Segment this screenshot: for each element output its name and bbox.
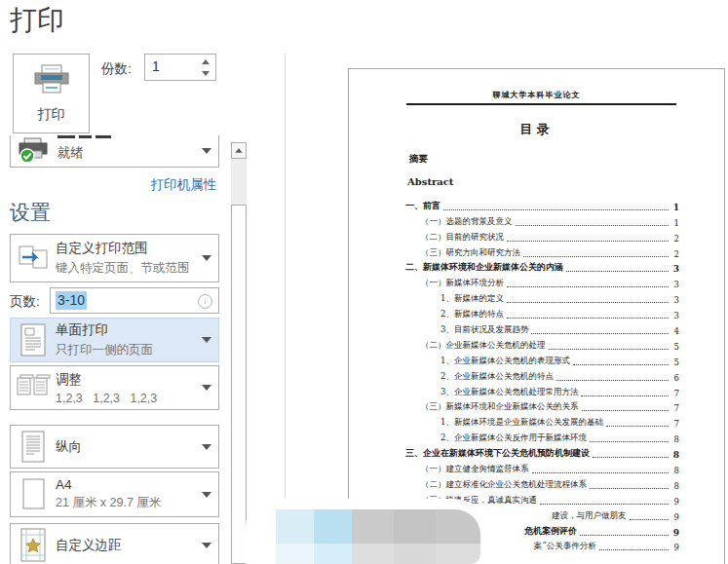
- collation-dropdown[interactable]: 调整 1,2,3 1,2,3 1,2,3: [10, 365, 219, 410]
- orientation-dropdown[interactable]: 纵向: [10, 425, 219, 469]
- copies-decrement-button[interactable]: [198, 67, 213, 79]
- toc-dot-leader: [630, 519, 670, 520]
- copies-input[interactable]: 1: [144, 54, 216, 81]
- preview-page: 聊城大学本科毕业论文 目录 摘要 Abstract 一、前言1（一）选题的背景及…: [348, 68, 725, 564]
- chevron-down-icon: [202, 444, 211, 450]
- toc-row: 1、新媒体环境是企业新媒体公关发展的基础7: [405, 413, 679, 429]
- toc-dot-leader: [507, 241, 669, 242]
- chevron-down-icon: [202, 148, 211, 154]
- one-sided-page-icon: [11, 322, 56, 357]
- toc-entry-text: 1、企业新媒体公关危机的表现形式: [441, 356, 570, 367]
- toc-entry-text: 建设，与用户做朋友: [552, 510, 627, 522]
- collate-subtitle: 1,2,3 1,2,3 1,2,3: [56, 392, 202, 405]
- toc-dot-leader: [540, 504, 669, 505]
- toc-dot-leader: [523, 256, 669, 257]
- portrait-page-icon: [11, 430, 56, 465]
- chevron-down-icon: [202, 385, 211, 391]
- abstract-cn-heading: 摘要: [409, 153, 428, 166]
- range-title: 自定义打印范围: [56, 240, 202, 257]
- scrollbar-up-button[interactable]: [231, 142, 247, 159]
- toc-page-number: 3: [671, 264, 679, 274]
- overlay-block: [436, 544, 480, 564]
- toc-page-number: 3: [671, 311, 679, 320]
- toc-entry-text: 2、企业新媒体公关危机的特点: [441, 371, 554, 383]
- print-range-dropdown[interactable]: 自定义打印范围 键入特定页面、节或范围: [10, 234, 219, 282]
- overlay-block: [314, 509, 352, 544]
- pages-label: 页数:: [10, 293, 40, 311]
- printer-dropdown[interactable]: 就绪: [10, 135, 219, 168]
- toc-page-number: 7: [671, 419, 679, 429]
- toc-row: 一、前言1: [405, 197, 679, 212]
- orientation-title: 纵向: [56, 438, 202, 456]
- settings-heading: 设置: [10, 199, 51, 226]
- toc-page-number: 8: [671, 481, 679, 491]
- toc-page-number: 7: [671, 389, 679, 398]
- toc-row: 2、企业新媒体公关危机的特点6: [405, 367, 679, 383]
- toc-row: （三）研究方向和研究方法2: [405, 244, 679, 259]
- pages-input[interactable]: 3-10: [50, 287, 219, 314]
- toc-entry-text: 3、目前状况及发展趋势: [441, 324, 528, 336]
- toc-page-number: 8: [671, 450, 679, 460]
- toc-entry-text: 危机案例评价: [524, 525, 577, 538]
- toc-entry-text: （一）选题的背景及意义: [421, 216, 513, 228]
- printer-status: 就绪: [57, 144, 84, 162]
- toc-row: （二）目前的研究状况2: [405, 228, 679, 244]
- print-button[interactable]: 打印: [13, 54, 90, 133]
- paper-subtitle: 21 厘米 x 29.7 厘米: [56, 495, 202, 511]
- overlay-block: [314, 544, 352, 564]
- toc-row: （一）新媒体环境分析3: [405, 274, 679, 289]
- copies-label: 份数:: [101, 60, 132, 78]
- chevron-down-icon: [202, 255, 211, 261]
- toc-entry-text: 案”公关事件分析: [534, 541, 596, 552]
- toc-page-number: 2: [671, 249, 679, 259]
- overlay-blocks: [276, 509, 480, 564]
- scrollbar-track[interactable]: [231, 159, 247, 205]
- document-title: 目录: [349, 121, 724, 138]
- printer-name-clipped: [57, 135, 145, 139]
- toc-row: 2、企业新媒体公关反作用于新媒体环境8: [405, 429, 679, 444]
- toc-row: 二、新媒体环境和企业新媒体公关的内涵3: [405, 259, 679, 275]
- toc-dot-leader: [599, 549, 669, 550]
- toc-dot-leader: [556, 380, 669, 381]
- toc-entry-text: （二）目前的研究状况: [421, 232, 504, 244]
- toc-row: 2、新媒体的特点3: [405, 305, 679, 320]
- toc-dot-leader: [516, 225, 670, 226]
- print-sides-dropdown[interactable]: 单面打印 只打印一侧的页面: [10, 318, 219, 362]
- toc-dot-leader: [573, 364, 669, 365]
- header-rule: [406, 103, 676, 105]
- toc-entry-text: 1、新媒体环境是企业新媒体公关发展的基础: [441, 417, 603, 429]
- copies-increment-button[interactable]: [198, 56, 213, 67]
- toc-row: （二）建立标准化企业公关危机处理流程体系8: [405, 475, 679, 491]
- toc-dot-leader: [593, 457, 669, 458]
- toc-entry-text: 3、企业新媒体公关危机处理常用方法: [441, 387, 578, 398]
- range-subtitle: 键入特定页面、节或范围: [56, 260, 202, 277]
- overlay-block: [436, 509, 480, 544]
- printer-properties-link[interactable]: 打印机属性: [10, 176, 216, 194]
- toc-page-number: 9: [671, 497, 679, 507]
- toc-dot-leader: [507, 302, 669, 303]
- margins-title: 自定义边距: [56, 537, 202, 554]
- overlay-block: [352, 509, 394, 544]
- copies-value: 1: [152, 58, 160, 74]
- toc-dot-leader: [507, 318, 669, 319]
- printer-large-icon: [32, 64, 71, 99]
- toc-page-number: 1: [671, 203, 679, 212]
- toc-dot-leader: [606, 426, 669, 427]
- overlay-block: [276, 509, 314, 544]
- toc-dot-leader: [590, 488, 669, 489]
- overlay-block: [394, 544, 436, 564]
- toc-page-number: 1: [671, 218, 679, 228]
- scrollbar-thumb[interactable]: [231, 205, 247, 564]
- overlay-block: [276, 544, 314, 564]
- margins-dropdown[interactable]: 自定义边距: [10, 523, 219, 564]
- toc-entry-text: 二、新媒体环境和企业新媒体公关的内涵: [405, 261, 563, 274]
- toc-entry-text: （二）建立标准化企业公关危机处理流程体系: [421, 479, 587, 491]
- document-header: 聊城大学本科毕业论文: [349, 90, 724, 100]
- info-icon[interactable]: [198, 294, 212, 309]
- toc-dot-leader: [549, 349, 670, 350]
- overlay-block: [352, 544, 394, 564]
- toc-dot-leader: [581, 395, 669, 396]
- paper-size-dropdown[interactable]: A4 21 厘米 x 29.7 厘米: [10, 471, 219, 517]
- overlay-block: [394, 509, 436, 544]
- toc-row: 三、企业在新媒体环境下公关危机预防机制建设8: [405, 444, 679, 460]
